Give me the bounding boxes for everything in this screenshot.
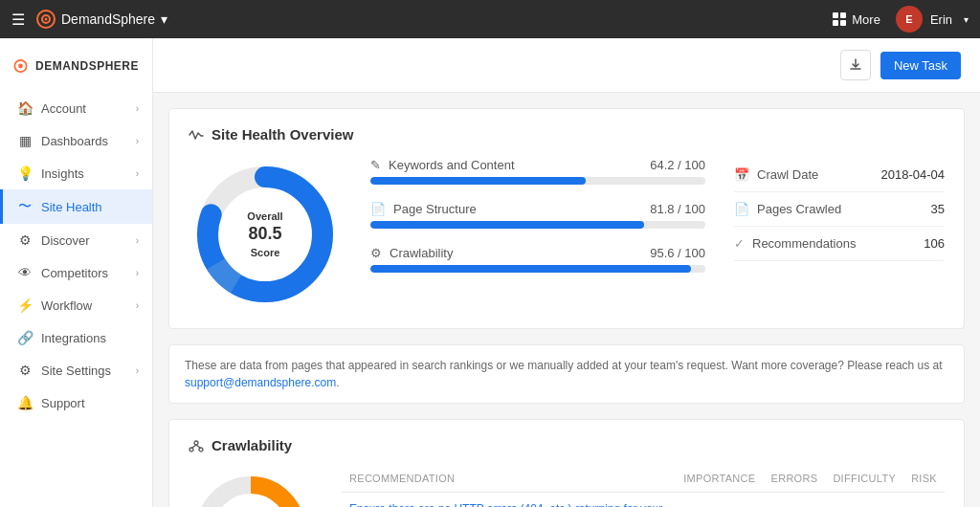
- metric-crawlability: ⚙ Crawlability 95.6 / 100: [370, 246, 705, 273]
- discover-icon: ⚙: [16, 232, 33, 248]
- chevron-right-icon: ›: [136, 103, 139, 114]
- sidebar-logo: DEMANDSPHERE: [0, 46, 152, 92]
- sidebar-item-workflow[interactable]: ⚡ Workflow ›: [0, 289, 152, 321]
- home-icon: 🏠: [16, 100, 33, 116]
- metric-page-structure: 📄 Page Structure 81.8 / 100: [370, 202, 705, 229]
- site-health-overview-card: Site Health Overview Overall: [168, 108, 965, 329]
- col-importance: Importance: [676, 469, 763, 493]
- workflow-icon: ⚡: [16, 298, 33, 313]
- svg-point-3: [18, 64, 23, 69]
- crawlability-icon: ⚙: [370, 246, 382, 260]
- user-chevron: ▾: [964, 14, 969, 25]
- pulse-icon: [189, 127, 204, 143]
- sidebar-item-label: Workflow: [41, 298, 92, 313]
- col-difficulty: Difficulty: [825, 469, 903, 493]
- sidebar-item-support[interactable]: 🔔 Support: [0, 386, 152, 419]
- chevron-right-icon: ›: [136, 136, 139, 146]
- keywords-icon: ✎: [370, 158, 381, 172]
- insights-icon: 💡: [16, 165, 33, 181]
- demandsphere-logo-icon: [13, 55, 28, 77]
- chevron-right-icon: ›: [136, 268, 139, 278]
- hamburger-icon[interactable]: ☰: [11, 11, 25, 29]
- new-task-button[interactable]: New Task: [880, 52, 961, 79]
- svg-line-11: [196, 445, 200, 448]
- sidebar-item-label: Competitors: [41, 266, 108, 280]
- svg-point-7: [194, 441, 198, 445]
- overall-score-donut: Overall 80.5 Score: [189, 158, 342, 311]
- more-label: More: [852, 12, 880, 27]
- site-health-title: Site Health Overview: [189, 126, 945, 143]
- user-name: Erin: [930, 12, 952, 27]
- crawlability-card: Crawlability Overall 95.6 Score: [168, 419, 965, 507]
- calendar-icon: 📅: [734, 167, 749, 182]
- table-row: Ensure there are no HTTP errors (404, et…: [342, 493, 945, 508]
- user-avatar: E: [896, 6, 923, 33]
- download-icon: [849, 58, 862, 72]
- crawlability-title-icon: [189, 438, 204, 453]
- sidebar-logo-text: DEMANDSPHERE: [35, 59, 139, 73]
- recommendation-table: Recommendation Importance Errors Difficu…: [342, 469, 945, 507]
- more-grid-icon: [833, 12, 846, 26]
- pages-icon: 📄: [734, 202, 749, 216]
- sidebar-item-dashboards[interactable]: ▦ Dashboards ›: [0, 124, 152, 157]
- svg-point-8: [189, 448, 193, 452]
- sidebar-item-label: Discover: [41, 233, 90, 248]
- brand-name: DemandSphere: [61, 11, 155, 27]
- crawlability-progress-bar: [370, 265, 691, 273]
- support-icon: 🔔: [16, 395, 33, 410]
- donut-label: Overall 80.5 Score: [247, 209, 282, 259]
- info-banner: These are data from pages that appeared …: [168, 344, 965, 404]
- sidebar-item-site-health[interactable]: 〜 Site Health: [0, 189, 152, 224]
- sidebar-item-competitors[interactable]: 👁 Competitors ›: [0, 256, 152, 289]
- health-overview-section: Overall 80.5 Score ✎ Keywords and Conten…: [189, 158, 945, 311]
- main-header: New Task: [153, 38, 980, 93]
- recommendation-link-1[interactable]: Ensure there are no HTTP errors (404, et…: [349, 502, 662, 507]
- sidebar-item-integrations[interactable]: 🔗 Integrations: [0, 321, 152, 354]
- sidebar-item-discover[interactable]: ⚙ Discover ›: [0, 224, 152, 256]
- svg-line-10: [192, 445, 196, 448]
- sidebar-item-label: Account: [41, 101, 86, 116]
- integrations-icon: 🔗: [16, 330, 33, 345]
- page-structure-icon: 📄: [370, 202, 386, 216]
- col-recommendation: Recommendation: [342, 469, 676, 493]
- col-errors: Errors: [764, 469, 826, 493]
- user-menu-button[interactable]: E Erin ▾: [896, 6, 969, 33]
- sidebar-item-label: Site Settings: [41, 364, 111, 378]
- crawlability-donut: Overall 95.6 Score: [189, 469, 313, 507]
- chevron-right-icon: ›: [136, 168, 139, 179]
- metric-keywords: ✎ Keywords and Content 64.2 / 100: [370, 158, 705, 185]
- sidebar-item-label: Dashboards: [41, 134, 108, 148]
- sidebar-item-label: Integrations: [41, 331, 106, 345]
- crawlability-content: Overall 95.6 Score Recommendation Import…: [189, 469, 945, 507]
- brand-chevron: ▾: [161, 11, 167, 27]
- metrics-section: ✎ Keywords and Content 64.2 / 100 📄 Page…: [370, 158, 705, 290]
- more-button[interactable]: More: [833, 12, 880, 27]
- main-content: New Task Site Health Overview: [153, 38, 980, 507]
- sidebar-item-label: Site Health: [41, 200, 102, 214]
- download-button[interactable]: [840, 50, 871, 80]
- stat-pages-crawled: 📄 Pages Crawled 35: [734, 192, 945, 227]
- brand-area[interactable]: DemandSphere ▾: [36, 10, 167, 29]
- side-stats-section: 📅 Crawl Date 2018-04-04 📄 Pages Crawled …: [734, 158, 945, 261]
- support-email-link[interactable]: support@demandsphere.com: [185, 376, 336, 389]
- svg-point-9: [199, 448, 203, 452]
- competitors-icon: 👁: [16, 265, 33, 280]
- page-structure-progress-bar: [370, 221, 644, 229]
- chevron-right-icon: ›: [136, 235, 139, 246]
- check-icon: ✓: [734, 236, 745, 251]
- sidebar-item-site-settings[interactable]: ⚙ Site Settings ›: [0, 354, 152, 386]
- sidebar: DEMANDSPHERE 🏠 Account › ▦ Dashboards › …: [0, 38, 153, 507]
- sidebar-item-account[interactable]: 🏠 Account ›: [0, 92, 152, 124]
- top-navigation: ☰ DemandSphere ▾ More E Erin ▾: [0, 0, 980, 38]
- chevron-right-icon: ›: [136, 300, 139, 311]
- settings-icon: ⚙: [16, 363, 33, 378]
- sidebar-item-label: Insights: [41, 166, 84, 181]
- brand-logo-icon: [36, 10, 56, 29]
- keywords-progress-bar: [370, 177, 586, 185]
- stat-recommendations: ✓ Recommendations 106: [734, 227, 945, 261]
- sidebar-item-insights[interactable]: 💡 Insights ›: [0, 157, 152, 189]
- site-health-icon: 〜: [16, 198, 33, 215]
- sidebar-item-label: Support: [41, 396, 85, 410]
- dashboard-icon: ▦: [16, 133, 33, 148]
- chevron-right-icon: ›: [136, 365, 139, 376]
